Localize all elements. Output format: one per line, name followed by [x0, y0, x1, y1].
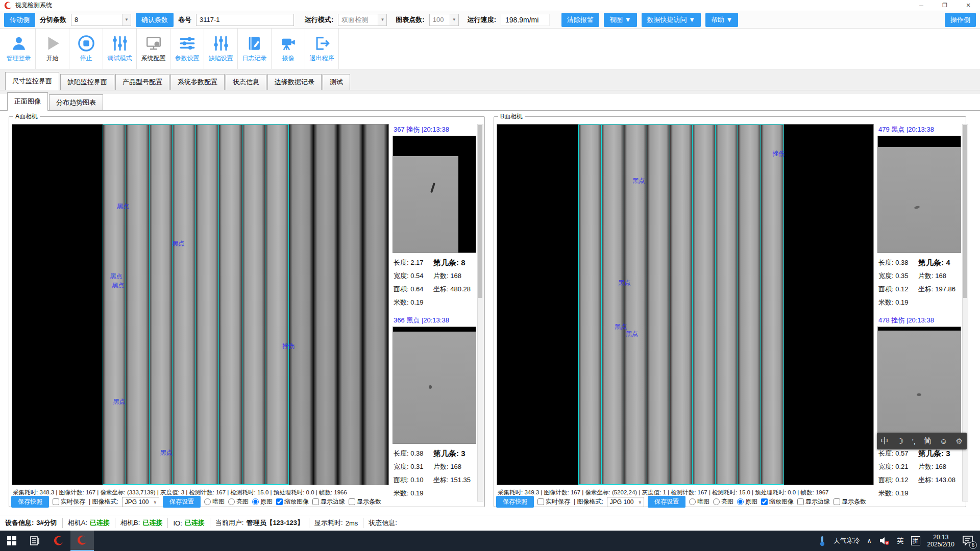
system-config-icon [145, 35, 162, 52]
system-config-button[interactable]: 系统配置 [137, 29, 170, 69]
subtab-distribution-trend-chart[interactable]: 分布趋势图表 [49, 94, 103, 111]
subtab-front-image[interactable]: 正面图像 [7, 92, 48, 111]
defect-scrollbar[interactable] [477, 124, 483, 502]
log-record-button[interactable]: 日志记录 [238, 29, 272, 69]
ime-settings-gear-icon[interactable]: ⚙ [955, 437, 962, 446]
realtime-save-checkbox[interactable]: 实时保存 [537, 497, 570, 506]
language-indicator[interactable]: 英 [897, 536, 904, 545]
tab-defect-monitor[interactable]: 缺陷监控界面 [60, 74, 114, 90]
tab-status-info[interactable]: 状态信息 [226, 74, 266, 90]
exit-program-button[interactable]: 退出程序 [305, 29, 339, 69]
windows-logo-icon [7, 536, 16, 545]
clear-alarm-button[interactable]: 清除报警 [561, 13, 599, 27]
original-image-radio[interactable]: 原图 [737, 497, 757, 506]
app-status-bar: 设备信息:3#分切相机A:已连接相机B:已连接IO:已连接当前用户:管理员【12… [0, 515, 980, 531]
slit-strip [716, 125, 739, 484]
slit-count-select[interactable]: 8 ▼ [71, 14, 131, 26]
stop-button[interactable]: 停止 [69, 29, 103, 69]
notification-count-badge: 6 [969, 541, 977, 549]
close-button[interactable]: ✕ [957, 0, 980, 11]
statusbar-current-user: 当前用户:管理员【123-123】 [210, 518, 309, 528]
original-image-radio[interactable]: 原图 [252, 497, 273, 506]
start-button[interactable] [0, 531, 23, 551]
defect-card[interactable]: 366 黑点 |20:13:38 长度: 0.38第几条: 3 宽度: 0.31… [393, 315, 476, 500]
image-format-select[interactable]: JPG 100∨ [607, 497, 644, 507]
start-button[interactable]: 开始 [36, 29, 69, 69]
run-mode-select[interactable]: 双面检测 ▼ [338, 14, 387, 26]
save-snapshot-button[interactable]: 保存快照 [496, 496, 534, 508]
show-edge-checkbox[interactable]: 显示边缘 [312, 497, 345, 506]
task-list-icon [30, 536, 40, 545]
run-speed-label: 运行速度: [468, 15, 496, 24]
ime-fullwidth-moon-icon[interactable]: ☽ [897, 437, 903, 446]
data-quick-access-menu-button[interactable]: 数据快捷访问 ▼ [642, 13, 701, 27]
show-count-checkbox[interactable]: 显示条数 [834, 497, 866, 506]
help-menu-button[interactable]: 帮助 ▼ [705, 13, 738, 27]
zoom-image-checkbox[interactable]: 缩放图像 [761, 497, 794, 506]
video-capture-button[interactable]: 摄像 [272, 29, 305, 69]
ime-pinyin-badge[interactable]: 拼 [911, 536, 920, 545]
statusbar-device-info: 设备信息:3#分切 [0, 518, 63, 528]
weather-status-text[interactable]: 天气寒冷 [834, 536, 860, 545]
ime-emoji-icon[interactable]: ☺ [940, 437, 947, 445]
defect-card[interactable]: 478 挫伤 |20:13:38 长度: 0.57第几条: 3 宽度: 0.21… [877, 315, 961, 500]
camera-b-live-image: 挫伤黑点黑点黑点黑点 [497, 124, 874, 485]
panel-b-status-line: 采集耗时: 349.3 | 图像计数: 167 | 像素坐标: (5202,24… [498, 489, 874, 496]
minimize-button[interactable]: ─ [910, 0, 933, 11]
defect-header: 479 黑点 |20:13:38 [877, 124, 961, 136]
maximize-button[interactable]: ❐ [933, 0, 957, 11]
exit-program-icon [313, 35, 331, 52]
device-info-label: 设备信息: [5, 518, 34, 528]
defect-card[interactable]: 367 挫伤 |20:13:38 长度: 2.17第几条: 8 宽度: 0.54… [393, 124, 476, 309]
debug-mode-button[interactable]: 调试模式 [103, 29, 137, 69]
statusbar-status-info: 状态信息: [363, 518, 405, 528]
defect-card[interactable]: 479 黑点 |20:13:38 长度: 0.38第几条: 4 宽度: 0.35… [877, 124, 961, 309]
realtime-save-checkbox[interactable]: 实时保存 [53, 497, 85, 506]
tab-system-param-config[interactable]: 系统参数配置 [170, 74, 225, 90]
tab-size-monitor[interactable]: 尺寸监控界面 [5, 72, 59, 90]
tab-edge-data-record[interactable]: 边缘数据记录 [267, 74, 322, 90]
stop-icon [78, 35, 95, 52]
main-tab-bar: 尺寸监控界面缺陷监控界面产品型号配置系统参数配置状态信息边缘数据记录测试 [0, 71, 980, 90]
defect-settings-button[interactable]: 缺陷设置 [204, 29, 238, 69]
bright-image-radio[interactable]: 亮图 [228, 497, 249, 506]
volume-muted-icon[interactable] [879, 536, 890, 545]
drive-side-button[interactable]: 传动侧 [4, 13, 35, 27]
ime-punctuation-icon[interactable]: ’, [912, 437, 916, 445]
operator-side-button[interactable]: 操作侧 [945, 13, 976, 27]
defect-thumbnail [393, 327, 476, 444]
save-settings-button[interactable]: 保存设置 [163, 496, 201, 508]
zoom-image-checkbox[interactable]: 缩放图像 [276, 497, 309, 506]
view-menu-button[interactable]: 视图 ▼ [604, 13, 636, 27]
running-app-vision-system[interactable] [70, 531, 94, 551]
slit-strip [265, 125, 288, 484]
admin-login-button[interactable]: 管理登录 [2, 29, 36, 69]
taskbar: 天气寒冷 ∧ 英 拼 20:13 2025/2/10 6 [0, 531, 980, 551]
slit-strip [242, 125, 265, 484]
chart-points-select[interactable]: 100 ▼ [429, 14, 459, 26]
action-center-button[interactable]: 6 [962, 534, 975, 547]
bright-image-radio[interactable]: 亮图 [713, 497, 733, 506]
save-snapshot-button[interactable]: 保存快照 [11, 496, 49, 508]
log-record-label: 日志记录 [242, 54, 267, 63]
confirm-count-button[interactable]: 确认条数 [136, 13, 174, 27]
dark-image-radio[interactable]: 暗图 [204, 497, 225, 506]
taskbar-clock[interactable]: 20:13 2025/2/10 [927, 534, 954, 548]
roll-number-input[interactable] [196, 14, 294, 26]
dark-image-radio[interactable]: 暗图 [689, 497, 709, 506]
tray-expand-chevron-icon[interactable]: ∧ [867, 537, 872, 544]
camera-a-value: 已连接 [90, 518, 110, 528]
tab-test[interactable]: 测试 [323, 74, 350, 90]
save-settings-button[interactable]: 保存设置 [648, 496, 685, 508]
sub-tab-bar: 正面图像分布趋势图表 [0, 94, 980, 111]
tab-product-model-config[interactable]: 产品型号配置 [115, 74, 169, 90]
image-format-select[interactable]: JPG 100∨ [122, 497, 159, 507]
exit-program-label: 退出程序 [310, 54, 334, 63]
pinned-app-vision-system[interactable] [47, 531, 70, 551]
ime-simplified-icon[interactable]: 简 [924, 436, 932, 446]
param-settings-button[interactable]: 参数设置 [170, 29, 204, 69]
ime-chinese-mode-icon[interactable]: 中 [881, 436, 889, 446]
task-view-button[interactable] [23, 531, 47, 551]
show-edge-checkbox[interactable]: 显示边缘 [797, 497, 830, 506]
show-count-checkbox[interactable]: 显示条数 [349, 497, 381, 506]
